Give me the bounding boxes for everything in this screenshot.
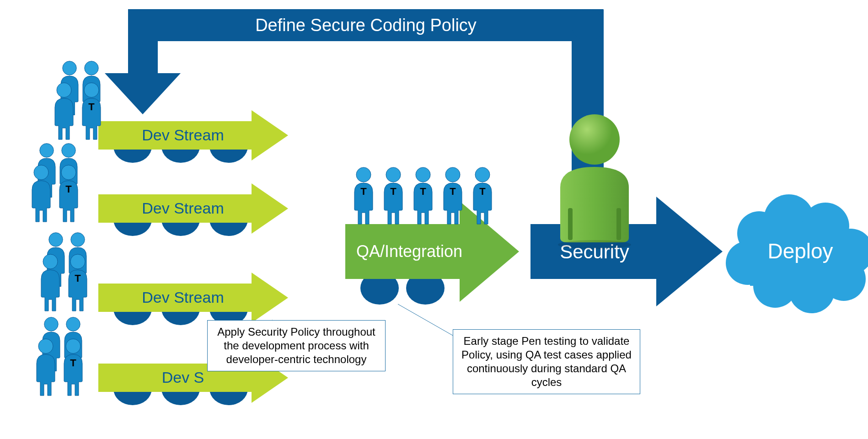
svg-marker-12 — [656, 197, 723, 306]
svg-point-2 — [572, 9, 604, 41]
deploy-label: Deploy — [767, 239, 833, 263]
svg-point-16 — [558, 240, 631, 249]
diagram-stage: Define Secure Coding Policy T — [0, 0, 868, 439]
callout-line-qa — [398, 304, 462, 341]
qa-integration-label: QA/Integration — [356, 242, 462, 261]
dev-stream-2: Dev Stream — [32, 144, 288, 236]
green-person-icon — [558, 114, 631, 249]
dev-stream-3-label: Dev Stream — [142, 289, 224, 306]
qa-integration-arrow: QA/Integration — [345, 167, 519, 305]
diagram-svg: Define Secure Coding Policy T — [0, 0, 868, 439]
security-arrow: Security — [530, 114, 723, 306]
svg-point-13 — [569, 114, 620, 165]
callout-qa: Early stage Pen testing to validate Poli… — [453, 329, 640, 394]
svg-rect-15 — [616, 208, 621, 240]
svg-rect-14 — [568, 208, 573, 240]
dev-stream-2-label: Dev Stream — [142, 199, 224, 217]
deploy-cloud: Deploy — [726, 194, 868, 313]
callout-dev: Apply Security Policy throughout the dev… — [207, 320, 386, 371]
dev-stream-3: Dev Stream — [41, 233, 288, 325]
top-banner-label: Define Secure Coding Policy — [255, 16, 477, 35]
callout-dev-text: Apply Security Policy throughout the dev… — [217, 326, 375, 365]
callout-qa-text: Early stage Pen testing to validate Poli… — [461, 335, 632, 388]
dev-stream-4-label: Dev S — [162, 369, 204, 386]
dev-stream-1-label: Dev Stream — [142, 126, 224, 144]
svg-marker-10 — [460, 201, 519, 302]
